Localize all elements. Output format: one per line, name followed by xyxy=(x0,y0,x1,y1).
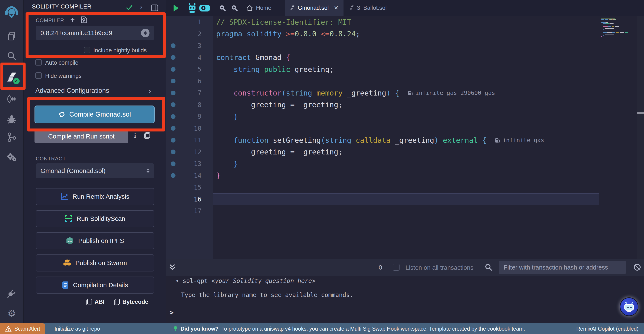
compile-button[interactable]: Compile Gmonad.sol xyxy=(34,105,154,123)
code-line-9[interactable]: 9 } xyxy=(166,111,599,123)
gas-estimate-widget: infinite gas xyxy=(495,137,544,143)
copy-icon xyxy=(86,299,92,305)
contract-label: CONTRACT xyxy=(36,156,66,162)
code-line-12[interactable]: 12 greeting = _greeting; xyxy=(166,146,599,158)
terminal-line-solgpt: • sol-gpt <your Solidity question here> xyxy=(176,277,316,285)
code-line-8[interactable]: 8 greeting = _greeting; xyxy=(166,99,599,111)
listen-transactions-checkbox[interactable] xyxy=(393,264,400,271)
action-label: Publish on Swarm xyxy=(76,259,127,267)
abi-bytecode-row: ABI Bytecode xyxy=(86,299,148,305)
tab-label: Gmonad.sol xyxy=(298,5,329,11)
ai-robot-toggle[interactable] xyxy=(186,0,198,16)
promoted-doc-icon[interactable] xyxy=(81,16,87,23)
line-marker-dot xyxy=(171,79,176,83)
run-solidityscan-button[interactable]: Run SolidityScan xyxy=(36,210,154,227)
sidebar-item-plugin-manager[interactable] xyxy=(0,148,24,167)
terminal-prompt[interactable]: > xyxy=(170,309,174,317)
search-icon[interactable] xyxy=(485,263,492,271)
tab-gmonad-sol[interactable]: Gmonad.sol ✕ xyxy=(285,0,344,16)
git-init-button[interactable]: Initialize as git repo xyxy=(54,326,100,332)
sidebar-item-debugger[interactable] xyxy=(0,110,24,129)
remixai-assistant-button[interactable] xyxy=(620,298,638,316)
line-marker-dot xyxy=(171,67,176,72)
code-line-3[interactable]: 3 xyxy=(166,40,599,52)
code-line-10[interactable]: 10 xyxy=(166,123,599,134)
add-compiler-icon[interactable]: + xyxy=(70,15,75,24)
transaction-filter-input[interactable] xyxy=(499,261,626,274)
code-line-15[interactable]: 15 xyxy=(166,181,599,193)
line-marker-dot xyxy=(171,173,176,178)
abi-label: ABI xyxy=(94,299,104,305)
clear-console-icon[interactable] xyxy=(633,263,641,271)
panel-forward-icon[interactable]: › xyxy=(140,3,142,11)
tab-label: Home xyxy=(256,5,271,11)
minimap[interactable] xyxy=(599,18,637,81)
code-line-13[interactable]: 13 } xyxy=(166,158,599,170)
transaction-count: 0 xyxy=(379,264,382,271)
chevron-right-icon[interactable]: › xyxy=(149,87,151,95)
sidebar-item-settings[interactable]: ⚙ xyxy=(0,304,24,323)
line-number: 14 xyxy=(194,172,202,179)
code-line-1[interactable]: 1// SPDX-License-Identifier: MIT xyxy=(166,16,599,28)
hide-warnings-checkbox[interactable] xyxy=(35,72,42,79)
copy-abi-button[interactable]: ABI xyxy=(86,299,104,305)
code-line-11[interactable]: 11 function setGreeting(string calldata … xyxy=(166,134,599,146)
copy-icon[interactable] xyxy=(144,132,150,139)
publish-swarm-button[interactable]: Publish on Swarm xyxy=(36,255,154,272)
publish-ipfs-button[interactable]: IPFS Publish on IPFS xyxy=(36,232,154,249)
play-icon xyxy=(173,4,179,12)
tab-home[interactable]: Home xyxy=(242,0,276,16)
sidebar-item-deploy-run[interactable] xyxy=(0,90,24,109)
code-line-16[interactable]: 16 xyxy=(166,193,599,205)
auto-compile-checkbox[interactable] xyxy=(35,59,42,65)
sidebar-item-plugin-connector[interactable] xyxy=(0,284,24,303)
code-line-6[interactable]: 6 xyxy=(166,75,599,87)
code-line-2[interactable]: 2pragma solidity >=0.8.0 <=0.8.24; xyxy=(166,28,599,40)
collapse-terminal-icon[interactable] xyxy=(169,263,176,271)
line-number: 13 xyxy=(194,160,202,167)
settings-gear-icon: ⚙ xyxy=(8,309,16,318)
chart-line-icon xyxy=(61,193,68,200)
sidebar-item-solidity-compiler[interactable]: ✓ xyxy=(0,66,24,88)
include-nightly-checkbox[interactable] xyxy=(84,47,90,53)
compile-and-run-button[interactable]: Compile and Run script xyxy=(34,129,128,143)
ipfs-cube-icon: IPFS xyxy=(66,237,74,245)
tab-close-icon[interactable]: ✕ xyxy=(334,5,338,11)
compiler-version-select[interactable]: 0.8.24+commit.e11b9ed9 xyxy=(36,26,154,40)
zoom-out-button[interactable] xyxy=(217,0,228,16)
code-line-17[interactable]: 17 xyxy=(166,205,599,217)
editor-scrollbar[interactable] xyxy=(637,16,644,259)
pin-panel-icon[interactable] xyxy=(151,4,158,11)
compilation-details-button[interactable]: Compilation Details xyxy=(36,277,154,294)
deploy-run-icon xyxy=(6,94,17,104)
copilot-switch[interactable] xyxy=(198,0,211,16)
select-arrows-icon xyxy=(146,169,150,173)
sidebar-item-search[interactable] xyxy=(0,46,24,65)
zoom-in-icon xyxy=(231,4,238,12)
action-label: Compilation Details xyxy=(73,282,128,289)
code-editor[interactable]: 1// SPDX-License-Identifier: MIT2pragma … xyxy=(166,16,644,259)
scam-alert-button[interactable]: Scam Alert xyxy=(0,323,45,334)
run-remix-analysis-button[interactable]: Run Remix Analysis xyxy=(36,188,154,205)
compiler-label: COMPILER xyxy=(36,17,64,23)
code-line-14[interactable]: 14} xyxy=(166,170,599,182)
copy-bytecode-button[interactable]: Bytecode xyxy=(114,299,148,305)
zoom-in-button[interactable] xyxy=(229,0,240,16)
remix-logo[interactable] xyxy=(0,3,24,22)
swarm-hex-icon xyxy=(63,259,71,267)
code-line-5[interactable]: 5 string public greeting; xyxy=(166,63,599,75)
contract-select[interactable]: Gmonad (Gmonad.sol) xyxy=(36,163,154,178)
tab-3-ballot-sol[interactable]: 3_Ballot.sol xyxy=(344,0,392,16)
did-you-know-tip: Did you know? To prototype on a uniswap … xyxy=(173,326,525,332)
scrollbar-thumb[interactable] xyxy=(638,112,644,114)
sidebar-item-file-explorer[interactable] xyxy=(0,26,24,45)
code-line-4[interactable]: 4contract Gmonad { xyxy=(166,52,599,64)
info-icon[interactable]: i xyxy=(134,132,136,139)
code-line-7[interactable]: 7 constructor(string memory _greeting) {… xyxy=(166,87,599,99)
indent-guide xyxy=(234,105,234,137)
advanced-configurations[interactable]: Advanced Configurations xyxy=(35,87,136,94)
sidebar-item-git[interactable] xyxy=(0,128,24,147)
run-script-button[interactable] xyxy=(170,0,182,16)
tab-bar: Home Gmonad.sol ✕ 3_Ballot.sol xyxy=(166,0,644,16)
tab-label: 3_Ballot.sol xyxy=(357,5,387,11)
